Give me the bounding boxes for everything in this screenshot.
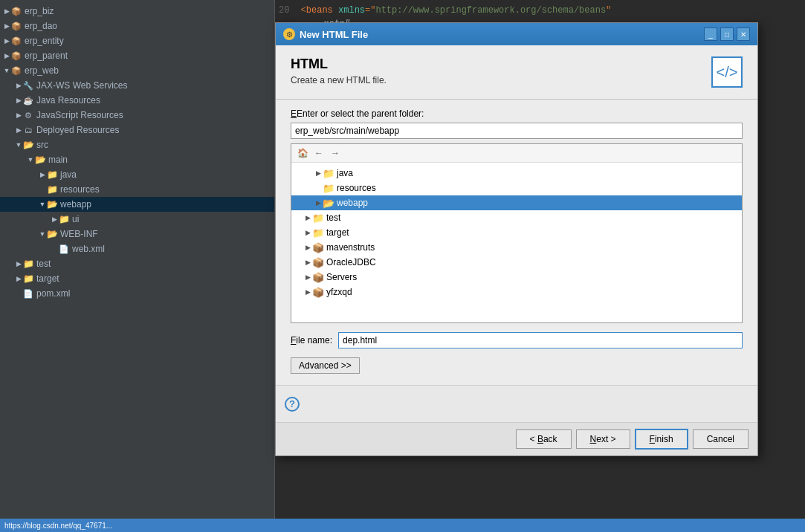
arrow-icon: ▶ <box>3 22 10 30</box>
package-icon <box>10 35 22 47</box>
ftree-arrow: ▶ <box>303 213 312 222</box>
arrow-icon: ▶ <box>3 37 10 45</box>
ftree-label: OracleJDBC <box>326 257 376 267</box>
folder-input[interactable] <box>291 123 743 139</box>
home-button[interactable]: 🏠 <box>296 146 309 160</box>
arrow-icon <box>15 290 22 297</box>
sidebar-item-deployed-resources[interactable]: ▶ Deployed Resources <box>0 123 274 137</box>
sidebar-item-resources[interactable]: resources <box>0 182 274 197</box>
ftree-item-yfzxqd[interactable]: ▶ 📦 yfzxqd <box>291 285 742 299</box>
sidebar-item-src[interactable]: ▼ src <box>0 137 274 152</box>
sidebar-item-js-resources[interactable]: ▶ JavaScript Resources <box>0 108 274 123</box>
next-button[interactable]: Next > <box>576 429 630 449</box>
item-label: erp_parent <box>25 51 68 61</box>
sidebar-item-test[interactable]: ▶ test <box>0 256 274 271</box>
item-label: erp_dao <box>25 21 57 31</box>
ftree-label: mavenstruts <box>326 242 375 253</box>
sidebar-item-erp-parent[interactable]: ▶ erp_parent <box>0 48 274 63</box>
sidebar-item-target[interactable]: ▶ target <box>0 271 274 286</box>
sidebar-item-java[interactable]: ▶ java <box>0 167 274 182</box>
ftree-item-resources[interactable]: 📁 resources <box>291 181 742 195</box>
status-url: https://blog.csdn.net/qq_47671... <box>4 522 112 530</box>
ftree-item-oraclejdbc[interactable]: ▶ 📦 OracleJDBC <box>291 255 742 270</box>
finish-button[interactable]: Finish <box>635 429 688 450</box>
back-button[interactable]: < Back <box>516 429 572 449</box>
sidebar-item-pomxml[interactable]: pom.xml <box>0 286 274 301</box>
arrow-icon: ▶ <box>3 7 10 15</box>
dialog-gear-icon: ⚙ <box>283 28 295 40</box>
special-icon: 📦 <box>312 271 324 283</box>
sidebar-item-erp-biz[interactable]: ▶ erp_biz <box>0 4 274 19</box>
item-label: webapp <box>60 199 91 210</box>
arrow-icon <box>39 186 46 193</box>
minimize-button[interactable]: _ <box>704 27 717 41</box>
dialog-type-title: HTML <box>291 56 387 72</box>
arrow-icon: ▶ <box>51 215 58 223</box>
ftree-item-mavenstruts[interactable]: ▶ 📦 mavenstruts <box>291 240 742 255</box>
ftree-arrow: ▶ <box>303 258 312 267</box>
ftree-item-java[interactable]: ▶ 📁 java <box>291 166 742 181</box>
arrow-icon: ▶ <box>39 171 46 178</box>
folder-icon <box>46 184 58 195</box>
filename-input[interactable] <box>338 332 743 348</box>
java-resources-icon <box>22 94 34 106</box>
sidebar-item-main[interactable]: ▼ main <box>0 152 274 167</box>
cancel-button[interactable]: Cancel <box>693 429 749 449</box>
sidebar-item-erp-entity[interactable]: ▶ erp_entity <box>0 33 274 48</box>
arrow-icon: ▼ <box>39 230 46 238</box>
ftree-item-target[interactable]: ▶ 📁 target <box>291 225 742 240</box>
help-icon: ? <box>285 397 300 412</box>
dialog-title: New HTML File <box>300 29 368 40</box>
arrow-icon: ▶ <box>15 97 22 104</box>
sidebar-item-java-resources[interactable]: ▶ Java Resources <box>0 93 274 108</box>
ftree-label: yfzxqd <box>326 287 352 297</box>
back-button[interactable]: ← <box>312 146 326 160</box>
item-label: erp_biz <box>25 6 54 16</box>
advanced-button[interactable]: Advanced >> <box>291 357 360 374</box>
ftree-item-test[interactable]: ▶ 📁 test <box>291 210 742 225</box>
ftree-arrow: ▶ <box>314 169 323 178</box>
special-icon: 📦 <box>312 286 324 298</box>
folder-icon: 📂 <box>323 197 334 209</box>
arrow-icon: ▶ <box>3 52 10 59</box>
folder-icon <box>46 228 58 240</box>
folder-icon <box>58 213 70 225</box>
sidebar-item-erp-web[interactable]: ▼ erp_web <box>0 63 274 78</box>
item-label: main <box>48 155 68 165</box>
arrow-icon: ▶ <box>15 275 22 282</box>
ftree-item-servers[interactable]: ▶ 📦 Servers <box>291 270 742 285</box>
arrow-icon: ▼ <box>27 156 34 163</box>
ftree-arrow: ▶ <box>303 228 312 237</box>
item-label: Deployed Resources <box>36 125 119 135</box>
ftree-label: webapp <box>337 198 368 208</box>
forward-button[interactable]: → <box>329 146 342 160</box>
dialog-type-desc: Create a new HTML file. <box>291 75 387 85</box>
package-icon <box>10 65 22 77</box>
ftree-item-webapp[interactable]: ▶ 📂 webapp <box>291 195 742 210</box>
sidebar-item-webapp[interactable]: ▼ webapp <box>0 197 274 212</box>
item-label: target <box>36 273 59 284</box>
folder-tree-container: 🏠 ← → ▶ 📁 java 📁 resources <box>291 143 743 323</box>
maximize-button[interactable]: □ <box>720 27 734 41</box>
sidebar-item-erp-dao[interactable]: ▶ erp_dao <box>0 19 274 33</box>
arrow-icon: ▼ <box>39 201 46 208</box>
status-bar: https://blog.csdn.net/qq_47671... <box>0 519 805 532</box>
folder-icon <box>46 169 58 181</box>
sidebar-item-ui[interactable]: ▶ ui <box>0 212 274 227</box>
filename-row: File name: <box>291 332 743 348</box>
ftree-arrow <box>314 184 323 192</box>
special-icon: 📦 <box>312 241 324 253</box>
item-label: Java Resources <box>36 95 100 106</box>
ftree-label: test <box>326 213 340 223</box>
item-label: test <box>36 259 51 269</box>
item-label: JAX-WS Web Services <box>36 80 127 91</box>
item-label: ui <box>72 214 79 224</box>
package-icon <box>10 5 22 17</box>
arrow-icon: ▶ <box>15 82 22 89</box>
xml-icon <box>58 243 70 255</box>
sidebar-item-webxml[interactable]: web.xml <box>0 241 274 256</box>
close-button[interactable]: ✕ <box>737 27 750 41</box>
folder-tree-scroll[interactable]: ▶ 📁 java 📁 resources ▶ 📂 webapp <box>291 163 742 322</box>
sidebar-item-webinf[interactable]: ▼ WEB-INF <box>0 227 274 241</box>
sidebar-item-jax[interactable]: ▶ JAX-WS Web Services <box>0 78 274 93</box>
